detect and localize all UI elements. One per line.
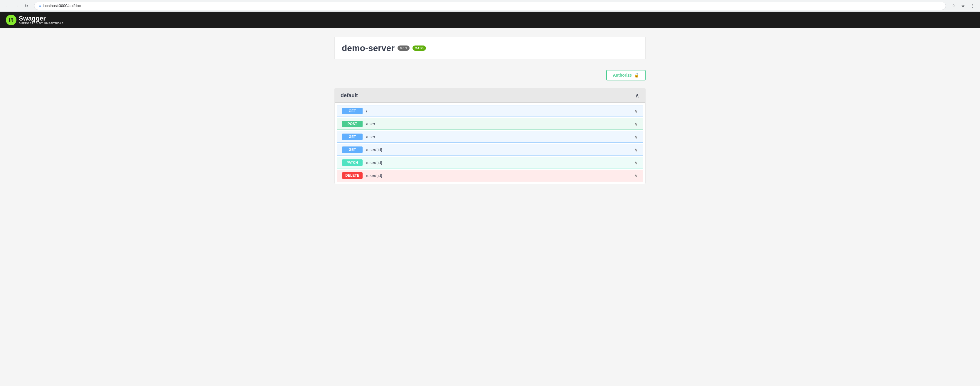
- endpoint-row-2[interactable]: GET/user∨: [337, 131, 643, 143]
- endpoint-chevron-4: ∨: [635, 160, 638, 165]
- logo-symbol: {/}: [9, 17, 14, 22]
- reload-button[interactable]: ↻: [22, 2, 30, 10]
- endpoint-row-0[interactable]: GET/∨: [337, 105, 643, 117]
- api-title-section: demo-server 0.0.1 OAS3: [334, 37, 646, 59]
- swagger-subtitle: Supported by SMARTBEAR: [19, 22, 64, 25]
- endpoint-path-2: /user: [366, 135, 631, 139]
- secure-icon: ●: [39, 4, 41, 8]
- endpoint-path-4: /user/{id}: [366, 160, 631, 165]
- more-button[interactable]: ⋮: [968, 2, 977, 10]
- endpoint-chevron-0: ∨: [635, 108, 638, 114]
- endpoint-row-1[interactable]: POST/user∨: [337, 118, 643, 130]
- endpoint-row-5[interactable]: DELETE/user/{id}∨: [337, 170, 643, 181]
- authorize-section: Authorize 🔓: [334, 65, 646, 85]
- api-title: demo-server 0.0.1 OAS3: [342, 43, 638, 53]
- method-badge-0: GET: [342, 108, 363, 114]
- method-badge-2: GET: [342, 133, 363, 140]
- api-name: demo-server: [342, 43, 395, 53]
- swagger-logo-icon: {/}: [6, 15, 16, 25]
- swagger-title: Swagger: [19, 15, 64, 22]
- method-badge-1: POST: [342, 121, 363, 127]
- version-badge: 0.0.1: [398, 46, 409, 51]
- address-bar[interactable]: ● localhost:3000/api/doc: [34, 2, 946, 10]
- oas3-badge: OAS3: [412, 46, 426, 51]
- endpoint-chevron-3: ∨: [635, 147, 638, 152]
- endpoint-path-3: /user/{id}: [366, 147, 631, 152]
- endpoint-chevron-2: ∨: [635, 134, 638, 140]
- endpoint-chevron-1: ∨: [635, 121, 638, 127]
- section-header[interactable]: default ∧: [335, 88, 645, 103]
- api-section-default: default ∧ GET/∨POST/user∨GET/user∨GET/us…: [334, 88, 646, 184]
- authorize-label: Authorize: [613, 73, 632, 78]
- endpoint-path-5: /user/{id}: [366, 173, 631, 178]
- extensions-button[interactable]: ◊: [950, 2, 958, 10]
- endpoint-row-3[interactable]: GET/user/{id}∨: [337, 144, 643, 156]
- url-text: localhost:3000/api/doc: [43, 3, 81, 8]
- endpoint-chevron-5: ∨: [635, 173, 638, 178]
- method-badge-5: DELETE: [342, 172, 363, 179]
- endpoint-row-4[interactable]: PATCH/user/{id}∨: [337, 157, 643, 168]
- section-chevron-icon: ∧: [635, 92, 640, 99]
- swagger-header: {/} Swagger Supported by SMARTBEAR: [0, 12, 980, 28]
- browser-actions: ◊ ★ ⋮: [950, 2, 977, 10]
- swagger-logo-text: Swagger Supported by SMARTBEAR: [19, 15, 64, 25]
- swagger-logo: {/} Swagger Supported by SMARTBEAR: [6, 15, 64, 25]
- forward-button[interactable]: →: [13, 2, 21, 10]
- favorites-button[interactable]: ★: [959, 2, 967, 10]
- endpoint-path-0: /: [366, 109, 631, 113]
- method-badge-3: GET: [342, 146, 363, 153]
- endpoint-path-1: /user: [366, 122, 631, 126]
- browser-nav-buttons: ← → ↻: [3, 2, 30, 10]
- browser-chrome: ← → ↻ ● localhost:3000/api/doc ◊ ★ ⋮: [0, 0, 980, 12]
- section-title: default: [340, 92, 358, 98]
- swagger-content: demo-server 0.0.1 OAS3 Authorize 🔓 defau…: [329, 28, 651, 193]
- endpoints-list: GET/∨POST/user∨GET/user∨GET/user/{id}∨PA…: [335, 103, 645, 184]
- back-button[interactable]: ←: [3, 2, 12, 10]
- lock-icon: 🔓: [634, 73, 639, 78]
- authorize-button[interactable]: Authorize 🔓: [606, 70, 646, 80]
- method-badge-4: PATCH: [342, 159, 363, 166]
